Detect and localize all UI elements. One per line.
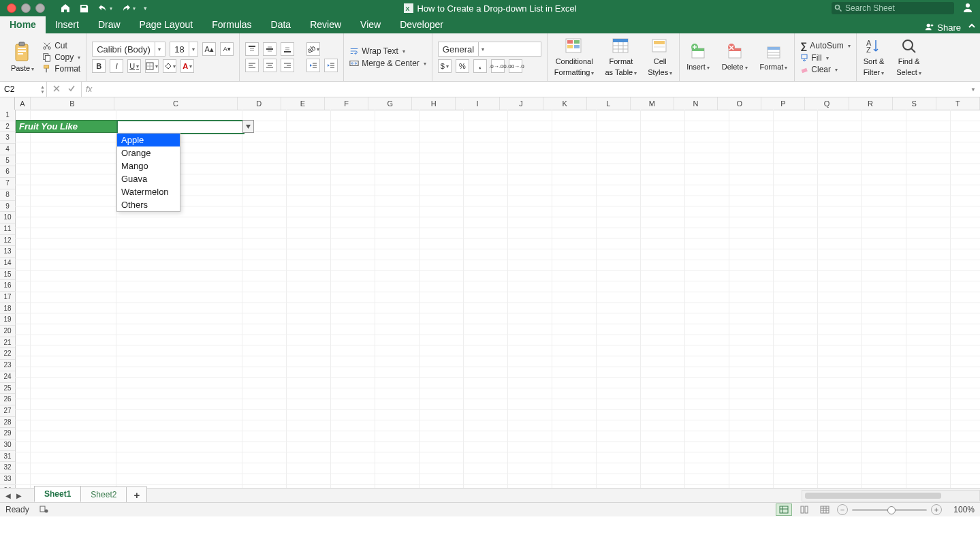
orientation-button[interactable]: ab▾ [306, 42, 320, 56]
row-header[interactable]: 32 [0, 462, 15, 474]
tab-home[interactable]: Home [0, 16, 46, 33]
window-close-button[interactable] [7, 3, 16, 13]
align-top-button[interactable] [245, 42, 259, 56]
user-account-icon[interactable] [962, 2, 973, 15]
tab-draw[interactable]: Draw [89, 16, 130, 33]
name-box-input[interactable] [0, 84, 39, 95]
col-header-P[interactable]: P [761, 97, 805, 110]
row-header[interactable]: 33 [0, 474, 15, 485]
font-name-select[interactable]: Calibri (Body)▾ [92, 42, 165, 57]
sheet-tab[interactable]: Sheet2 [80, 486, 127, 502]
copy-button[interactable]: Copy▾ [42, 52, 80, 62]
col-header-S[interactable]: S [893, 97, 936, 110]
row-header[interactable]: 17 [0, 292, 15, 303]
currency-button[interactable]: $▾ [438, 59, 452, 73]
fx-label[interactable]: fx [82, 84, 92, 94]
col-header-G[interactable]: G [368, 97, 412, 110]
dropdown-option[interactable]: Guava [117, 172, 180, 185]
spreadsheet-grid[interactable]: A B C D E F G H I J K L M N O P Q R S T … [0, 97, 980, 489]
autosum-button[interactable]: ∑AutoSum▾ [800, 40, 850, 51]
conditional-formatting-button[interactable]: ConditionalFormatting▾ [553, 37, 596, 77]
customize-qat-icon[interactable]: ▾ [144, 5, 147, 12]
select-all-corner[interactable] [0, 97, 15, 110]
row-header[interactable]: 10 [0, 212, 15, 223]
sheet-tab[interactable]: Sheet1 [34, 486, 81, 502]
col-header-I[interactable]: I [456, 97, 499, 110]
page-layout-view-button[interactable] [796, 504, 812, 516]
window-maximize-button[interactable] [35, 3, 45, 13]
tab-page-layout[interactable]: Page Layout [130, 16, 203, 33]
decrease-decimal-button[interactable]: .00→.0 [509, 59, 522, 73]
border-button[interactable]: ▾ [145, 59, 159, 73]
row-header[interactable]: 31 [0, 451, 15, 463]
italic-button[interactable]: I [110, 59, 123, 73]
horizontal-scrollbar[interactable] [802, 490, 980, 501]
font-size-select[interactable]: 18▾ [170, 42, 198, 57]
row-header[interactable]: 4 [0, 144, 15, 155]
col-header-B[interactable]: B [31, 97, 114, 110]
name-box[interactable]: ▲▼ [0, 82, 47, 97]
col-header-O[interactable]: O [718, 97, 761, 110]
format-cells-button[interactable]: Format▾ [759, 43, 789, 72]
col-header-L[interactable]: L [587, 97, 631, 110]
align-bottom-button[interactable] [281, 42, 294, 56]
dropdown-option[interactable]: Orange [117, 146, 180, 159]
col-header-R[interactable]: R [849, 97, 893, 110]
align-left-button[interactable] [245, 59, 259, 72]
col-header-F[interactable]: F [325, 97, 368, 110]
zoom-slider[interactable] [852, 509, 927, 511]
col-header-H[interactable]: H [412, 97, 456, 110]
align-center-button[interactable] [263, 59, 276, 72]
expand-formula-bar-button[interactable]: ▼ [970, 87, 976, 93]
row-header[interactable]: 9 [0, 201, 15, 213]
dropdown-option[interactable]: Apple [117, 134, 180, 146]
sort-filter-button[interactable]: AZSort &Filter▾ [862, 37, 886, 77]
decrease-indent-button[interactable] [306, 59, 320, 72]
bold-button[interactable]: B [92, 59, 106, 73]
fill-button[interactable]: Fill▾ [800, 53, 850, 63]
decrease-font-size-button[interactable]: A▾ [220, 42, 234, 56]
row-header[interactable]: 22 [0, 348, 15, 360]
col-header-E[interactable]: E [281, 97, 325, 110]
undo-icon[interactable]: ▾ [97, 3, 112, 14]
tab-insert[interactable]: Insert [46, 16, 89, 33]
cell-C2-active[interactable] [116, 120, 244, 134]
row-header[interactable]: 26 [0, 394, 15, 405]
dropdown-option[interactable]: Watermelon [117, 185, 180, 198]
row-header[interactable]: 12 [0, 235, 15, 247]
row-header[interactable]: 24 [0, 371, 15, 383]
enter-formula-button[interactable] [67, 84, 76, 95]
insert-cells-button[interactable]: Insert▾ [685, 43, 711, 72]
row-header[interactable]: 16 [0, 280, 15, 292]
row-header[interactable]: 18 [0, 303, 15, 315]
row-header[interactable]: 2 [0, 121, 15, 133]
cut-button[interactable]: Cut [42, 41, 80, 50]
home-icon[interactable] [60, 3, 71, 14]
underline-button[interactable]: U▾ [127, 59, 141, 73]
row-header[interactable]: 19 [0, 314, 15, 326]
share-button[interactable]: Share [937, 22, 961, 33]
merge-center-button[interactable]: Merge & Center▾ [349, 59, 426, 68]
col-header-K[interactable]: K [543, 97, 587, 110]
zoom-out-button[interactable]: − [837, 504, 848, 515]
percent-button[interactable]: % [456, 59, 469, 73]
tab-formulas[interactable]: Formulas [202, 16, 261, 33]
normal-view-button[interactable] [776, 504, 792, 516]
row-header[interactable]: 5 [0, 155, 15, 167]
col-header-M[interactable]: M [631, 97, 674, 110]
tab-developer[interactable]: Developer [390, 16, 453, 33]
format-as-table-button[interactable]: Formatas Table▾ [603, 37, 638, 77]
increase-decimal-button[interactable]: .0→.00 [491, 59, 505, 73]
find-select-button[interactable]: Find &Select▾ [895, 37, 923, 77]
save-icon[interactable] [79, 3, 89, 14]
tab-view[interactable]: View [351, 16, 390, 33]
col-header-T[interactable]: T [936, 97, 980, 110]
row-header[interactable]: 3 [0, 132, 15, 144]
cancel-formula-button[interactable] [52, 84, 61, 95]
zoom-in-button[interactable]: + [931, 504, 942, 515]
col-header-Q[interactable]: Q [805, 97, 849, 110]
row-header[interactable]: 30 [0, 439, 15, 451]
macro-record-icon[interactable] [39, 504, 48, 516]
number-format-select[interactable]: General▾ [438, 42, 541, 57]
increase-indent-button[interactable] [324, 59, 338, 72]
